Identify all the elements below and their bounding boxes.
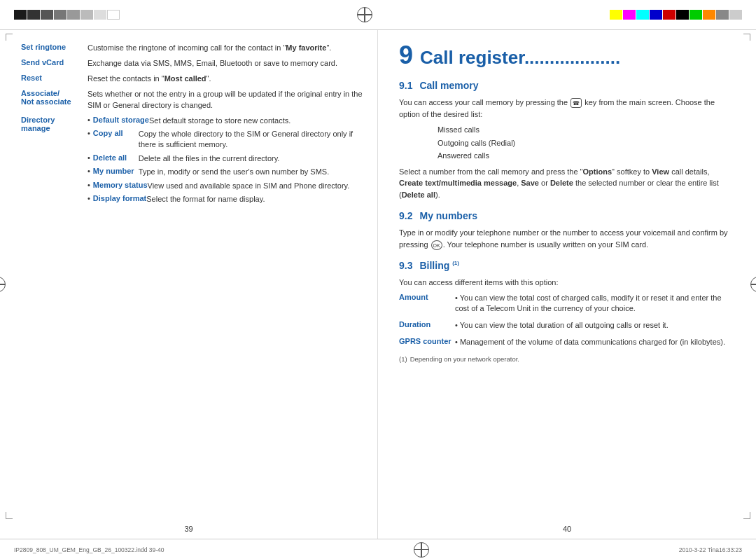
- desc-send-vcard: Exchange data via SMS, MMS, Email, Bluet…: [88, 58, 363, 69]
- footnote: (1) Depending on your network operator.: [399, 355, 735, 363]
- bold-most-called: Most called: [164, 74, 206, 83]
- section-9-1-body: You can access your call memory by press…: [399, 97, 735, 120]
- swatch-red: [663, 10, 676, 20]
- footer-right-text: 2010-3-22 Tina16:33:23: [679, 546, 742, 553]
- page-number-right: 40: [378, 525, 756, 533]
- swatch-black2: [676, 10, 689, 20]
- bullet-amount: •: [455, 294, 460, 302]
- call-key-icon: ☎: [570, 98, 582, 108]
- row-directory-manage: Directorymanage • Default storage Set de…: [21, 116, 363, 208]
- swatch-mid-grey2: [716, 10, 729, 20]
- sub-item-my-number: • My number Type in, modify or send the …: [88, 167, 363, 177]
- bullet-copy-all: •: [88, 129, 90, 137]
- footnote-number: (1): [399, 355, 407, 363]
- bullet-display-format: •: [88, 194, 90, 202]
- footer-left-text: IP2809_808_UM_GEM_Eng_GB_26_100322.indd …: [14, 546, 164, 553]
- sublabel-default-storage: Default storage: [93, 116, 149, 124]
- billing-desc-amount: • You can view the total cost of charged…: [455, 293, 735, 315]
- swatch-orange: [703, 10, 715, 20]
- swatches-right: [610, 10, 742, 20]
- row-reset: Reset Reset the contacts in "Most called…: [21, 74, 363, 85]
- row-associate: Associate/Not associate Sets whether or …: [21, 89, 363, 111]
- bold-delete-all: Delete all: [402, 191, 435, 199]
- section-9-1-body2: Select a number from the call memory and…: [399, 166, 735, 201]
- ok-key-icon: OK: [431, 240, 442, 250]
- chapter-number: 9: [399, 43, 413, 68]
- sub-item-copy-all: • Copy all Copy the whole directory to t…: [88, 129, 363, 151]
- section-9-2-heading: 9.2 My numbers: [399, 210, 735, 221]
- row-set-ringtone: Set ringtone Customise the ringtone of i…: [21, 43, 363, 54]
- subdesc-my-number: Type in, modify or send the user's own n…: [139, 167, 329, 177]
- corner-mark-tl: [6, 34, 13, 41]
- footnote-text: Depending on your network operator.: [410, 355, 519, 363]
- bullet-gprs: •: [455, 338, 460, 346]
- bullet-duration: •: [455, 321, 460, 329]
- label-set-ringtone: Set ringtone: [21, 43, 88, 51]
- section-9-2-title: My numbers: [419, 210, 477, 221]
- crosshair-top-center: [354, 4, 375, 25]
- billing-desc-duration: • You can view the total duration of all…: [455, 320, 735, 331]
- bold-save: Save: [521, 179, 539, 187]
- billing-row-amount: Amount • You can view the total cost of …: [399, 293, 735, 315]
- corner-mark-tr: [743, 34, 750, 41]
- page-number-left: 39: [0, 525, 377, 533]
- section-9-3-intro: You can access different items with this…: [399, 277, 735, 289]
- crosshair-icon-left: [0, 277, 6, 292]
- crosshair-right-mid: [750, 277, 756, 292]
- bold-my-favorite: My favorite: [286, 43, 326, 52]
- billing-label-gprs: GPRS counter: [399, 337, 455, 345]
- list-missed-calls: Missed calls: [438, 124, 735, 136]
- label-send-vcard: Send vCard: [21, 58, 88, 67]
- billing-row-duration: Duration • You can view the total durati…: [399, 320, 735, 331]
- row-send-vcard: Send vCard Exchange data via SMS, MMS, E…: [21, 58, 363, 69]
- billing-desc-gprs: • Management of the volume of data commu…: [455, 337, 735, 348]
- sublabel-display-format: Display format: [93, 194, 146, 202]
- main-content: Set ringtone Customise the ringtone of i…: [0, 30, 756, 539]
- swatch-green: [690, 10, 702, 20]
- section-9-3-number: 9.3: [399, 260, 412, 271]
- bullet-memory-status: •: [88, 181, 90, 189]
- section-9-3-heading: 9.3 Billing (1): [399, 260, 735, 271]
- desc-reset: Reset the contacts in "Most called".: [88, 74, 363, 85]
- desc-associate: Sets whether or not the entry in a group…: [88, 89, 363, 111]
- corner-mark-bl: [6, 512, 13, 519]
- list-answered-calls: Answered calls: [438, 150, 735, 162]
- swatch-mid-grey: [41, 10, 53, 20]
- sublabel-delete-all: Delete all: [93, 153, 139, 162]
- bold-options: Options: [583, 167, 612, 176]
- swatch-light-grey2: [729, 10, 742, 20]
- billing-table: Amount • You can view the total cost of …: [399, 293, 735, 349]
- call-memory-list: Missed calls Outgoing calls (Redial) Ans…: [438, 124, 735, 162]
- top-bar: [0, 0, 756, 30]
- billing-desc-duration-text: You can view the total duration of all o…: [460, 321, 668, 329]
- crosshair-left-mid: [0, 277, 6, 292]
- swatch-grey: [54, 10, 66, 20]
- section-9-3-title: Billing (1): [419, 260, 458, 271]
- subdesc-copy-all: Copy the whole directory to the SIM or G…: [139, 129, 363, 151]
- billing-row-gprs: GPRS counter • Management of the volume …: [399, 337, 735, 348]
- sub-items-directory: • Default storage Set default storage to…: [88, 116, 363, 208]
- sub-item-default-storage: • Default storage Set default storage to…: [88, 116, 363, 126]
- sublabel-copy-all: Copy all: [93, 129, 139, 137]
- section-9-1-number: 9.1: [399, 80, 412, 91]
- section-9-1-heading: 9.1 Call memory: [399, 80, 735, 91]
- swatch-very-light-grey: [94, 10, 106, 20]
- section-9-2-body: Type in or modify your telephone number …: [399, 227, 735, 250]
- chapter-heading: 9 Call register...................: [399, 43, 735, 69]
- swatch-lighter-grey: [80, 10, 93, 20]
- footer-bar: IP2809_808_UM_GEM_Eng_GB_26_100322.indd …: [0, 539, 756, 559]
- swatch-white: [107, 10, 120, 20]
- bullet-default-storage: •: [88, 116, 90, 124]
- sub-item-delete-all: • Delete all Delete all the files in the…: [88, 153, 363, 164]
- sublabel-memory-status: Memory status: [93, 181, 148, 189]
- swatch-yellow: [610, 10, 622, 20]
- crosshair-icon-right: [750, 277, 756, 292]
- desc-set-ringtone: Customise the ringtone of incoming call …: [88, 43, 363, 54]
- list-outgoing-calls: Outgoing calls (Redial): [438, 137, 735, 149]
- swatch-magenta: [623, 10, 636, 20]
- swatches-left: [14, 10, 120, 20]
- subdesc-default-storage: Set default storage to store new contact…: [149, 116, 290, 126]
- left-page: Set ringtone Customise the ringtone of i…: [0, 30, 378, 539]
- right-page: 9 Call register................... 9.1 C…: [378, 30, 756, 539]
- billing-label-duration: Duration: [399, 320, 455, 329]
